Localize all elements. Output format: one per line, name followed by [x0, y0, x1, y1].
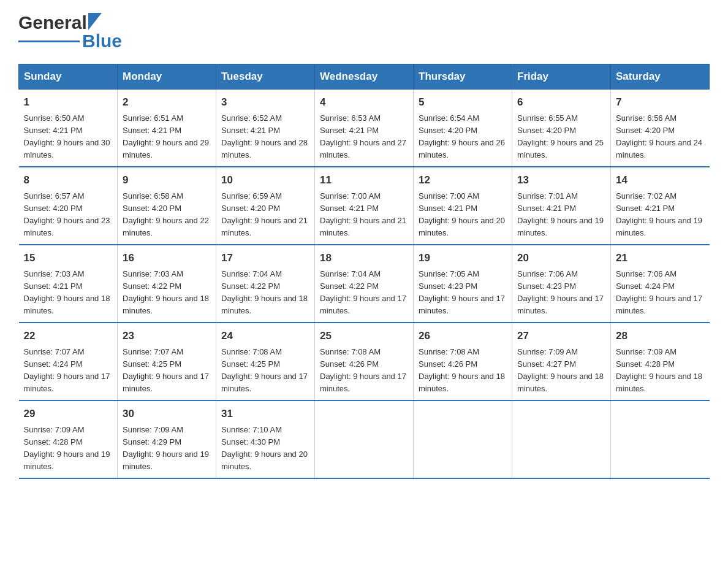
day-info: Sunrise: 6:51 AMSunset: 4:21 PMDaylight:…	[123, 112, 211, 162]
calendar-cell: 2Sunrise: 6:51 AMSunset: 4:21 PMDaylight…	[118, 90, 216, 167]
header-thursday: Thursday	[414, 64, 512, 90]
logo-blue: Blue	[82, 31, 122, 52]
day-number: 24	[221, 328, 309, 344]
calendar-cell: 29Sunrise: 7:09 AMSunset: 4:28 PMDayligh…	[19, 400, 118, 478]
day-number: 26	[419, 328, 507, 344]
day-number: 16	[123, 250, 211, 266]
day-info: Sunrise: 7:04 AMSunset: 4:22 PMDaylight:…	[221, 268, 309, 318]
week-row-4: 22Sunrise: 7:07 AMSunset: 4:24 PMDayligh…	[19, 323, 710, 400]
calendar-cell: 26Sunrise: 7:08 AMSunset: 4:26 PMDayligh…	[414, 323, 512, 400]
calendar-cell: 28Sunrise: 7:09 AMSunset: 4:28 PMDayligh…	[611, 323, 710, 400]
day-number: 10	[221, 172, 309, 188]
calendar-cell: 23Sunrise: 7:07 AMSunset: 4:25 PMDayligh…	[118, 323, 216, 400]
day-info: Sunrise: 7:09 AMSunset: 4:28 PMDaylight:…	[24, 424, 113, 473]
day-number: 30	[123, 406, 211, 422]
calendar-cell: 19Sunrise: 7:05 AMSunset: 4:23 PMDayligh…	[414, 245, 512, 323]
header-saturday: Saturday	[611, 64, 710, 90]
day-number: 3	[221, 94, 309, 110]
day-number: 15	[24, 250, 113, 266]
header-friday: Friday	[512, 64, 611, 90]
day-info: Sunrise: 7:09 AMSunset: 4:27 PMDaylight:…	[517, 346, 605, 396]
day-info: Sunrise: 7:03 AMSunset: 4:22 PMDaylight:…	[123, 268, 211, 318]
calendar-cell: 20Sunrise: 7:06 AMSunset: 4:23 PMDayligh…	[512, 245, 611, 323]
day-info: Sunrise: 7:01 AMSunset: 4:21 PMDaylight:…	[517, 190, 605, 240]
page-header: General Blue	[18, 12, 710, 52]
day-info: Sunrise: 7:08 AMSunset: 4:26 PMDaylight:…	[320, 346, 408, 396]
day-number: 1	[24, 94, 113, 110]
calendar-cell: 17Sunrise: 7:04 AMSunset: 4:22 PMDayligh…	[216, 245, 315, 323]
logo-general: General	[18, 12, 87, 33]
day-info: Sunrise: 7:02 AMSunset: 4:21 PMDaylight:…	[616, 190, 705, 240]
day-info: Sunrise: 6:55 AMSunset: 4:20 PMDaylight:…	[517, 112, 605, 162]
calendar-cell	[315, 400, 414, 478]
calendar-cell	[512, 400, 611, 478]
week-row-1: 1Sunrise: 6:50 AMSunset: 4:21 PMDaylight…	[19, 90, 710, 167]
day-number: 29	[24, 406, 113, 422]
calendar-cell: 8Sunrise: 6:57 AMSunset: 4:20 PMDaylight…	[19, 167, 118, 245]
logo-triangle-icon	[88, 13, 102, 30]
day-info: Sunrise: 7:09 AMSunset: 4:29 PMDaylight:…	[123, 424, 211, 473]
day-number: 19	[419, 250, 507, 266]
calendar-cell: 31Sunrise: 7:10 AMSunset: 4:30 PMDayligh…	[216, 400, 315, 478]
day-info: Sunrise: 7:07 AMSunset: 4:24 PMDaylight:…	[24, 346, 113, 396]
calendar-cell: 18Sunrise: 7:04 AMSunset: 4:22 PMDayligh…	[315, 245, 414, 323]
week-row-3: 15Sunrise: 7:03 AMSunset: 4:21 PMDayligh…	[19, 245, 710, 323]
day-number: 22	[24, 328, 113, 344]
day-number: 25	[320, 328, 408, 344]
day-number: 18	[320, 250, 408, 266]
calendar-cell: 14Sunrise: 7:02 AMSunset: 4:21 PMDayligh…	[611, 167, 710, 245]
day-info: Sunrise: 6:58 AMSunset: 4:20 PMDaylight:…	[123, 190, 211, 240]
calendar-cell	[611, 400, 710, 478]
day-info: Sunrise: 6:59 AMSunset: 4:20 PMDaylight:…	[221, 190, 309, 240]
day-info: Sunrise: 7:05 AMSunset: 4:23 PMDaylight:…	[419, 268, 507, 318]
day-number: 8	[24, 172, 113, 188]
day-info: Sunrise: 6:54 AMSunset: 4:20 PMDaylight:…	[419, 112, 507, 162]
day-number: 31	[221, 406, 309, 422]
calendar-cell: 30Sunrise: 7:09 AMSunset: 4:29 PMDayligh…	[118, 400, 216, 478]
day-info: Sunrise: 6:57 AMSunset: 4:20 PMDaylight:…	[24, 190, 113, 240]
day-number: 23	[123, 328, 211, 344]
day-number: 13	[517, 172, 605, 188]
header-sunday: Sunday	[19, 64, 118, 90]
header-tuesday: Tuesday	[216, 64, 315, 90]
day-number: 21	[616, 250, 705, 266]
day-info: Sunrise: 6:52 AMSunset: 4:21 PMDaylight:…	[221, 112, 309, 162]
day-number: 17	[221, 250, 309, 266]
calendar-cell	[414, 400, 512, 478]
day-info: Sunrise: 6:53 AMSunset: 4:21 PMDaylight:…	[320, 112, 408, 162]
calendar-cell: 3Sunrise: 6:52 AMSunset: 4:21 PMDaylight…	[216, 90, 315, 167]
calendar-cell: 13Sunrise: 7:01 AMSunset: 4:21 PMDayligh…	[512, 167, 611, 245]
calendar-cell: 4Sunrise: 6:53 AMSunset: 4:21 PMDaylight…	[315, 90, 414, 167]
day-info: Sunrise: 7:06 AMSunset: 4:24 PMDaylight:…	[616, 268, 705, 318]
day-info: Sunrise: 7:06 AMSunset: 4:23 PMDaylight:…	[517, 268, 605, 318]
day-info: Sunrise: 7:03 AMSunset: 4:21 PMDaylight:…	[24, 268, 113, 318]
day-number: 4	[320, 94, 408, 110]
calendar-cell: 27Sunrise: 7:09 AMSunset: 4:27 PMDayligh…	[512, 323, 611, 400]
logo-line	[18, 40, 80, 42]
day-number: 5	[419, 94, 507, 110]
calendar-cell: 16Sunrise: 7:03 AMSunset: 4:22 PMDayligh…	[118, 245, 216, 323]
calendar-cell: 15Sunrise: 7:03 AMSunset: 4:21 PMDayligh…	[19, 245, 118, 323]
calendar-cell: 10Sunrise: 6:59 AMSunset: 4:20 PMDayligh…	[216, 167, 315, 245]
calendar-cell: 12Sunrise: 7:00 AMSunset: 4:21 PMDayligh…	[414, 167, 512, 245]
day-info: Sunrise: 6:56 AMSunset: 4:20 PMDaylight:…	[616, 112, 705, 162]
day-number: 28	[616, 328, 705, 344]
day-number: 2	[123, 94, 211, 110]
calendar-cell: 21Sunrise: 7:06 AMSunset: 4:24 PMDayligh…	[611, 245, 710, 323]
day-info: Sunrise: 7:00 AMSunset: 4:21 PMDaylight:…	[419, 190, 507, 240]
week-row-2: 8Sunrise: 6:57 AMSunset: 4:20 PMDaylight…	[19, 167, 710, 245]
header-row: SundayMondayTuesdayWednesdayThursdayFrid…	[19, 64, 710, 90]
day-info: Sunrise: 7:09 AMSunset: 4:28 PMDaylight:…	[616, 346, 705, 396]
calendar-cell: 1Sunrise: 6:50 AMSunset: 4:21 PMDaylight…	[19, 90, 118, 167]
logo: General Blue	[18, 12, 122, 52]
day-number: 11	[320, 172, 408, 188]
day-number: 6	[517, 94, 605, 110]
calendar-cell: 5Sunrise: 6:54 AMSunset: 4:20 PMDaylight…	[414, 90, 512, 167]
day-info: Sunrise: 7:08 AMSunset: 4:25 PMDaylight:…	[221, 346, 309, 396]
day-info: Sunrise: 7:04 AMSunset: 4:22 PMDaylight:…	[320, 268, 408, 318]
calendar-cell: 25Sunrise: 7:08 AMSunset: 4:26 PMDayligh…	[315, 323, 414, 400]
calendar-cell: 11Sunrise: 7:00 AMSunset: 4:21 PMDayligh…	[315, 167, 414, 245]
day-info: Sunrise: 7:00 AMSunset: 4:21 PMDaylight:…	[320, 190, 408, 240]
day-number: 27	[517, 328, 605, 344]
day-info: Sunrise: 7:10 AMSunset: 4:30 PMDaylight:…	[221, 424, 309, 473]
